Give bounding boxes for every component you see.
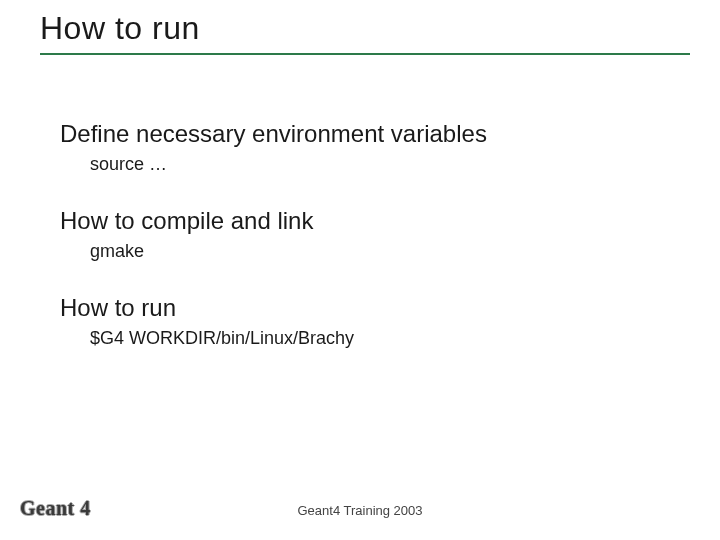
- section-sub: $G4 WORKDIR/bin/Linux/Brachy: [90, 328, 680, 349]
- section-heading: How to run: [60, 294, 680, 322]
- slide-title: How to run: [40, 10, 690, 47]
- content-area: Define necessary environment variables s…: [60, 120, 680, 381]
- section-heading: How to compile and link: [60, 207, 680, 235]
- slide: How to run Define necessary environment …: [0, 0, 720, 540]
- section-sub: source …: [90, 154, 680, 175]
- section-compile: How to compile and link gmake: [60, 207, 680, 262]
- section-heading: Define necessary environment variables: [60, 120, 680, 148]
- footer-text: Geant4 Training 2003: [0, 503, 720, 518]
- section-sub: gmake: [90, 241, 680, 262]
- section-run: How to run $G4 WORKDIR/bin/Linux/Brachy: [60, 294, 680, 349]
- title-container: How to run: [40, 10, 690, 55]
- section-env-vars: Define necessary environment variables s…: [60, 120, 680, 175]
